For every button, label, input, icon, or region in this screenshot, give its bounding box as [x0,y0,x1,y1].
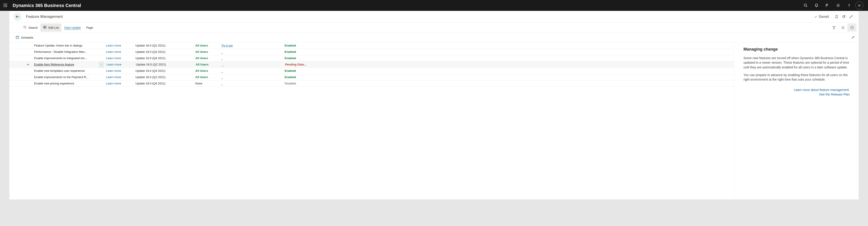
avatar[interactable]: IK [855,1,864,9]
table-row[interactable]: Performance - Disable Integration Man...… [9,49,734,55]
update-version: Update 19.0 (Q4 2021) [135,50,195,53]
update-version: Update 19.0 (Q4 2021) [135,57,195,60]
svg-point-11 [838,5,839,6]
enabled-for[interactable]: All Users [195,44,221,47]
table-row[interactable]: Enable improvements to the Payment R...L… [9,74,734,80]
learn-more-link[interactable]: Learn more [106,75,121,79]
try-it-out: _ [221,69,285,72]
try-it-out: _ [221,75,285,79]
table-row[interactable]: Enable improvements to integrated em...L… [9,55,734,62]
table-row[interactable]: Enable new pricing experienceLearn moreU… [9,80,734,87]
page-action[interactable]: Page [84,24,96,32]
enabled-for[interactable]: All Users [196,63,222,66]
enabled-for[interactable]: All Users [195,75,221,79]
svg-rect-1 [5,4,6,4]
svg-point-38 [101,65,101,66]
saved-indicator: Saved [814,15,829,19]
help-icon[interactable] [844,0,855,11]
search-action[interactable]: Search [21,24,40,32]
edit-list-icon [43,26,46,30]
svg-marker-24 [833,26,835,29]
list-view-icon[interactable] [838,24,847,32]
try-it-out: _ [222,63,285,66]
info-link-feature-management[interactable]: Learn more about feature management. [743,88,850,92]
flag-icon[interactable] [822,0,833,11]
info-panel-para2: You can prepare in advance by enabling t… [743,73,850,82]
feature-name[interactable]: Enable Item Reference feature [34,63,99,66]
saved-label: Saved [819,15,829,19]
learn-more-link[interactable]: Learn more [106,63,121,66]
table-row[interactable]: Feature Update: Action bar in dialogsLea… [9,42,734,49]
filter-icon[interactable] [829,24,838,32]
feature-name[interactable]: Feature Update: Action bar in dialogs [34,44,106,47]
search-icon[interactable] [800,0,811,11]
pin-icon[interactable] [850,35,856,40]
feature-name[interactable]: Enable improvements to integrated em... [34,57,106,60]
status: Enabled [285,44,334,47]
info-link-release-plan[interactable]: See the Release Plan [743,92,850,96]
update-version: Update 19.0 (Q4 2021) [135,82,195,85]
svg-line-16 [850,17,851,18]
row-more-actions[interactable] [99,62,104,68]
status: Disabled [285,82,334,85]
status: Enabled [285,69,334,72]
gear-icon[interactable] [833,0,844,11]
sub-action-bar: Schedule [9,33,859,42]
svg-line-17 [851,15,852,16]
edit-list-action-label: Edit List [49,26,59,29]
page-header: Feature Management Saved [9,11,859,22]
status: Enabled [285,75,334,79]
status: Enabled [285,57,334,60]
svg-rect-31 [16,36,19,39]
data-update-action[interactable]: Data Update [61,24,84,32]
learn-more-link[interactable]: Learn more [106,44,121,47]
back-button[interactable] [13,13,22,21]
svg-point-18 [24,26,26,28]
schedule-icon [16,35,19,40]
learn-more-link[interactable]: Learn more [106,82,121,85]
row-arrow-icon [26,63,30,66]
feature-name[interactable]: Enable improvements to the Payment R... [34,75,106,79]
learn-more-link[interactable]: Learn more [106,69,121,72]
try-it-out: _ [221,50,285,53]
schedule-action-label: Schedule [21,36,33,39]
collapse-icon[interactable] [847,15,855,18]
svg-line-19 [25,28,26,29]
feature-grid: Feature Update: Action bar in dialogsLea… [9,42,734,199]
table-row[interactable]: Enable new templates user experienceLear… [9,68,734,74]
data-update-action-label: Data Update [64,26,81,29]
page-action-label: Page [86,26,93,29]
svg-rect-20 [43,26,46,29]
try-it-out: _ [221,82,285,85]
status: Enabled [285,50,334,53]
edit-list-action[interactable]: Edit List [40,24,61,32]
open-new-window-icon[interactable] [840,15,847,18]
info-panel-title: Managing change [743,47,850,52]
info-panel-icon[interactable] [847,24,857,32]
svg-point-9 [804,4,807,6]
svg-line-10 [806,6,807,7]
enabled-for[interactable]: All Users [195,57,221,60]
app-launcher-icon[interactable] [3,3,8,8]
bookmark-icon[interactable] [833,15,840,18]
update-version: Update 18.0 (Q2 2021) [135,75,195,79]
enabled-for[interactable]: All Users [195,50,221,53]
svg-point-37 [101,64,101,65]
enabled-for[interactable]: All Users [195,69,221,72]
table-row[interactable]: Enable Item Reference featureLearn moreU… [9,62,734,68]
notifications-icon[interactable] [811,0,822,11]
schedule-action[interactable]: Schedule [16,35,33,40]
learn-more-link[interactable]: Learn more [106,50,121,53]
app-title: Dynamics 365 Business Central [13,3,81,8]
try-it-out-link[interactable]: Try it out [221,44,232,47]
svg-rect-2 [6,4,7,4]
feature-name[interactable]: Performance - Disable Integration Man... [34,50,106,53]
learn-more-link[interactable]: Learn more [106,57,121,60]
feature-name[interactable]: Enable new templates user experience [34,69,106,72]
svg-rect-0 [4,4,4,4]
enabled-for[interactable]: None [195,82,221,85]
page-title: Feature Management [26,14,63,19]
feature-name[interactable]: Enable new pricing experience [34,82,106,85]
app-bar: Dynamics 365 Business Central IK [0,0,868,11]
update-version: Update 18.0 (Q2 2021) [135,44,195,47]
